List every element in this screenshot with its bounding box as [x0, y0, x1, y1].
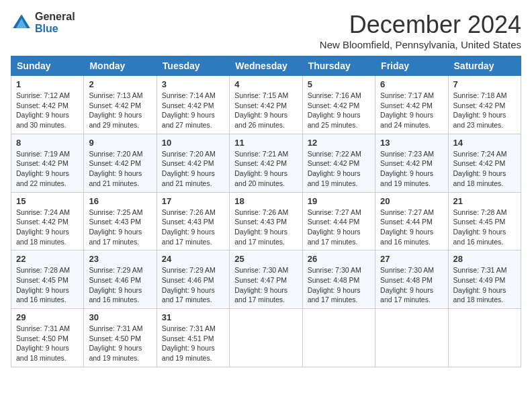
day-info: Sunrise: 7:14 AM Sunset: 4:42 PM Dayligh…	[162, 91, 224, 130]
weekday-header-wednesday: Wednesday	[230, 56, 302, 76]
day-info: Sunrise: 7:27 AM Sunset: 4:44 PM Dayligh…	[308, 208, 370, 247]
logo: General Blue	[11, 11, 75, 34]
day-number: 11	[234, 138, 297, 148]
day-cell-19: 19 Sunrise: 7:27 AM Sunset: 4:44 PM Dayl…	[302, 192, 375, 250]
day-number: 3	[162, 79, 224, 89]
day-number: 14	[453, 138, 516, 148]
empty-cell	[230, 309, 302, 367]
day-cell-26: 26 Sunrise: 7:30 AM Sunset: 4:48 PM Dayl…	[302, 250, 375, 309]
title-area: December 2024 New Bloomfield, Pennsylvan…	[320, 11, 521, 50]
day-number: 16	[89, 196, 151, 206]
day-cell-7: 7 Sunrise: 7:18 AM Sunset: 4:42 PM Dayli…	[448, 76, 521, 134]
day-number: 4	[234, 79, 297, 89]
day-number: 18	[234, 196, 297, 206]
day-cell-22: 22 Sunrise: 7:28 AM Sunset: 4:45 PM Dayl…	[11, 250, 84, 309]
day-cell-25: 25 Sunrise: 7:30 AM Sunset: 4:47 PM Dayl…	[230, 250, 302, 309]
day-info: Sunrise: 7:28 AM Sunset: 4:45 PM Dayligh…	[16, 265, 79, 305]
day-cell-1: 1 Sunrise: 7:12 AM Sunset: 4:42 PM Dayli…	[11, 76, 84, 134]
day-cell-2: 2 Sunrise: 7:13 AM Sunset: 4:42 PM Dayli…	[84, 76, 157, 134]
day-cell-14: 14 Sunrise: 7:24 AM Sunset: 4:42 PM Dayl…	[448, 134, 521, 192]
day-cell-17: 17 Sunrise: 7:26 AM Sunset: 4:43 PM Dayl…	[157, 192, 229, 250]
day-number: 6	[380, 79, 443, 89]
day-info: Sunrise: 7:20 AM Sunset: 4:42 PM Dayligh…	[89, 149, 151, 189]
day-cell-10: 10 Sunrise: 7:20 AM Sunset: 4:42 PM Dayl…	[157, 134, 229, 192]
weekday-header-monday: Monday	[84, 56, 157, 76]
day-cell-12: 12 Sunrise: 7:22 AM Sunset: 4:42 PM Dayl…	[302, 134, 375, 192]
weekday-header-tuesday: Tuesday	[157, 56, 229, 76]
day-number: 22	[16, 254, 79, 264]
day-info: Sunrise: 7:31 AM Sunset: 4:50 PM Dayligh…	[89, 324, 151, 363]
day-cell-9: 9 Sunrise: 7:20 AM Sunset: 4:42 PM Dayli…	[84, 134, 157, 192]
day-info: Sunrise: 7:26 AM Sunset: 4:43 PM Dayligh…	[234, 208, 297, 247]
day-cell-8: 8 Sunrise: 7:19 AM Sunset: 4:42 PM Dayli…	[11, 134, 84, 192]
day-number: 12	[308, 138, 370, 148]
day-number: 26	[308, 254, 370, 264]
day-info: Sunrise: 7:28 AM Sunset: 4:45 PM Dayligh…	[453, 208, 516, 247]
day-cell-15: 15 Sunrise: 7:24 AM Sunset: 4:42 PM Dayl…	[11, 192, 84, 250]
day-info: Sunrise: 7:13 AM Sunset: 4:42 PM Dayligh…	[89, 91, 151, 130]
day-info: Sunrise: 7:31 AM Sunset: 4:51 PM Dayligh…	[162, 324, 224, 363]
logo-general: General	[35, 11, 75, 23]
empty-cell	[302, 309, 375, 367]
day-cell-28: 28 Sunrise: 7:31 AM Sunset: 4:49 PM Dayl…	[448, 250, 521, 309]
day-info: Sunrise: 7:31 AM Sunset: 4:50 PM Dayligh…	[16, 324, 79, 363]
day-info: Sunrise: 7:18 AM Sunset: 4:42 PM Dayligh…	[453, 91, 516, 130]
day-info: Sunrise: 7:20 AM Sunset: 4:42 PM Dayligh…	[162, 149, 224, 189]
day-info: Sunrise: 7:19 AM Sunset: 4:42 PM Dayligh…	[16, 149, 79, 189]
day-info: Sunrise: 7:27 AM Sunset: 4:44 PM Dayligh…	[380, 208, 443, 247]
day-info: Sunrise: 7:30 AM Sunset: 4:48 PM Dayligh…	[380, 265, 443, 305]
day-info: Sunrise: 7:24 AM Sunset: 4:42 PM Dayligh…	[453, 149, 516, 189]
day-number: 2	[89, 79, 151, 89]
weekday-header-friday: Friday	[375, 56, 448, 76]
weekday-header-saturday: Saturday	[448, 56, 521, 76]
day-info: Sunrise: 7:29 AM Sunset: 4:46 PM Dayligh…	[162, 265, 224, 305]
day-number: 24	[162, 254, 224, 264]
day-cell-31: 31 Sunrise: 7:31 AM Sunset: 4:51 PM Dayl…	[157, 309, 229, 367]
day-cell-16: 16 Sunrise: 7:25 AM Sunset: 4:43 PM Dayl…	[84, 192, 157, 250]
day-cell-13: 13 Sunrise: 7:23 AM Sunset: 4:42 PM Dayl…	[375, 134, 448, 192]
day-number: 27	[380, 254, 443, 264]
day-number: 20	[380, 196, 443, 206]
day-number: 17	[162, 196, 224, 206]
day-number: 15	[16, 196, 79, 206]
day-info: Sunrise: 7:23 AM Sunset: 4:42 PM Dayligh…	[380, 149, 443, 189]
day-cell-23: 23 Sunrise: 7:29 AM Sunset: 4:46 PM Dayl…	[84, 250, 157, 309]
day-cell-20: 20 Sunrise: 7:27 AM Sunset: 4:44 PM Dayl…	[375, 192, 448, 250]
day-number: 28	[453, 254, 516, 264]
day-info: Sunrise: 7:31 AM Sunset: 4:49 PM Dayligh…	[453, 265, 516, 305]
day-number: 10	[162, 138, 224, 148]
empty-cell	[448, 309, 521, 367]
day-number: 30	[89, 312, 151, 322]
day-info: Sunrise: 7:26 AM Sunset: 4:43 PM Dayligh…	[162, 208, 224, 247]
day-number: 31	[162, 312, 224, 322]
weekday-header-sunday: Sunday	[11, 56, 84, 76]
logo-blue: Blue	[35, 23, 75, 35]
day-info: Sunrise: 7:16 AM Sunset: 4:42 PM Dayligh…	[308, 91, 370, 130]
day-info: Sunrise: 7:25 AM Sunset: 4:43 PM Dayligh…	[89, 208, 151, 247]
weekday-header-thursday: Thursday	[302, 56, 375, 76]
day-cell-5: 5 Sunrise: 7:16 AM Sunset: 4:42 PM Dayli…	[302, 76, 375, 134]
day-cell-4: 4 Sunrise: 7:15 AM Sunset: 4:42 PM Dayli…	[230, 76, 302, 134]
day-info: Sunrise: 7:12 AM Sunset: 4:42 PM Dayligh…	[16, 91, 79, 130]
empty-cell	[375, 309, 448, 367]
calendar: SundayMondayTuesdayWednesdayThursdayFrid…	[11, 56, 521, 367]
day-number: 13	[380, 138, 443, 148]
day-number: 25	[234, 254, 297, 264]
day-cell-24: 24 Sunrise: 7:29 AM Sunset: 4:46 PM Dayl…	[157, 250, 229, 309]
day-cell-30: 30 Sunrise: 7:31 AM Sunset: 4:50 PM Dayl…	[84, 309, 157, 367]
day-info: Sunrise: 7:30 AM Sunset: 4:48 PM Dayligh…	[308, 265, 370, 305]
day-number: 8	[16, 138, 79, 148]
day-info: Sunrise: 7:24 AM Sunset: 4:42 PM Dayligh…	[16, 208, 79, 247]
day-info: Sunrise: 7:17 AM Sunset: 4:42 PM Dayligh…	[380, 91, 443, 130]
day-number: 7	[453, 79, 516, 89]
day-info: Sunrise: 7:22 AM Sunset: 4:42 PM Dayligh…	[308, 149, 370, 189]
day-info: Sunrise: 7:29 AM Sunset: 4:46 PM Dayligh…	[89, 265, 151, 305]
day-number: 21	[453, 196, 516, 206]
day-info: Sunrise: 7:21 AM Sunset: 4:42 PM Dayligh…	[234, 149, 297, 189]
day-number: 5	[308, 79, 370, 89]
logo-icon	[11, 12, 32, 34]
day-number: 29	[16, 312, 79, 322]
day-cell-21: 21 Sunrise: 7:28 AM Sunset: 4:45 PM Dayl…	[448, 192, 521, 250]
day-cell-18: 18 Sunrise: 7:26 AM Sunset: 4:43 PM Dayl…	[230, 192, 302, 250]
month-title: December 2024	[320, 11, 521, 39]
